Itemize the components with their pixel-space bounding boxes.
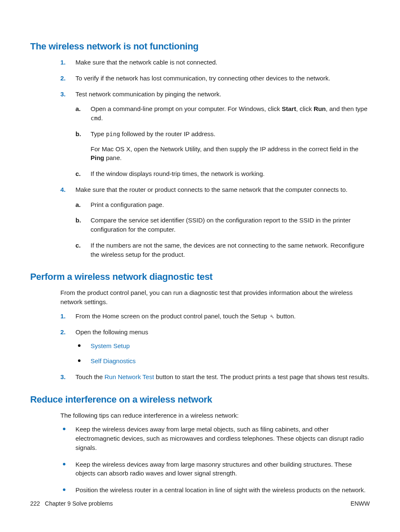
code-cmd: cmd bbox=[91, 115, 101, 121]
sec1-step4-sublist: a. Print a configuration page. b. Compar… bbox=[75, 200, 370, 259]
sec3-intro: The following tips can reduce interferen… bbox=[60, 411, 370, 420]
sec1-step4c: c. If the numbers are not the same, the … bbox=[75, 241, 370, 259]
step-text: If the numbers are not the same, the dev… bbox=[91, 242, 364, 258]
sec1-step3b-mac: For Mac OS X, open the Network Utility, … bbox=[91, 145, 370, 163]
step-text: Make sure that the router or product con… bbox=[75, 186, 348, 193]
list-marker: a. bbox=[75, 200, 81, 209]
text-fragment: For Mac OS X, open the Network Utility, … bbox=[91, 145, 358, 152]
footer-right: ENWW bbox=[351, 500, 370, 507]
sec1-step4a: a. Print a configuration page. bbox=[75, 200, 370, 209]
sec1-step2: 2. To verify if the network has lost com… bbox=[60, 74, 370, 83]
list-marker: 3. bbox=[60, 90, 66, 99]
bullet-icon bbox=[63, 428, 65, 430]
sec3-tip2: Keep the wireless devices away from larg… bbox=[60, 460, 370, 478]
sec2-step2: 2. Open the following menus System Setup… bbox=[60, 328, 370, 366]
sec3-tip1: Keep the wireless devices away from larg… bbox=[60, 425, 370, 452]
sec1-step1: 1. Make sure that the network cable is n… bbox=[60, 58, 370, 67]
bullet-icon bbox=[63, 463, 65, 465]
sec1-step4: 4. Make sure that the router or product … bbox=[60, 185, 370, 259]
ui-link-system-setup: System Setup bbox=[91, 342, 130, 349]
text-fragment: From the Home screen on the product cont… bbox=[75, 312, 269, 320]
list-marker: 2. bbox=[60, 328, 66, 337]
text-fragment: Type bbox=[91, 130, 106, 137]
list-marker: a. bbox=[75, 104, 81, 114]
text-fragment: , click bbox=[296, 105, 314, 112]
footer-left: 222 Chapter 9 Solve problems bbox=[30, 500, 113, 507]
step-text: Open the following menus bbox=[75, 328, 148, 336]
heading-diagnostic-test: Perform a wireless network diagnostic te… bbox=[30, 271, 370, 282]
heading-reduce-interference: Reduce interference on a wireless networ… bbox=[30, 394, 370, 405]
tip-text: Keep the wireless devices away from larg… bbox=[75, 461, 352, 477]
sec1-step3c: c. If the window displays round-trip tim… bbox=[75, 169, 370, 178]
step-text: To verify if the network has lost commun… bbox=[75, 75, 330, 82]
sec3-tips-list: Keep the wireless devices away from larg… bbox=[60, 425, 370, 495]
sec2-step3: 3. Touch the Run Network Test button to … bbox=[60, 372, 370, 382]
list-marker: b. bbox=[75, 129, 81, 139]
list-marker: 4. bbox=[60, 185, 66, 194]
sec2-step1: 1. From the Home screen on the product c… bbox=[60, 312, 370, 321]
bullet-icon bbox=[63, 488, 65, 491]
page-footer: 222 Chapter 9 Solve problems ENWW bbox=[30, 500, 370, 507]
list-marker: 2. bbox=[60, 74, 66, 83]
step-text: If the window displays round-trip times,… bbox=[91, 170, 265, 177]
bullet-icon bbox=[78, 359, 81, 362]
sec1-step3: 3. Test network communication by pinging… bbox=[60, 90, 370, 178]
ui-link-self-diagnostics: Self Diagnostics bbox=[91, 357, 136, 364]
sec2-list: 1. From the Home screen on the product c… bbox=[60, 312, 370, 382]
sec1-list: 1. Make sure that the network cable is n… bbox=[60, 58, 370, 259]
menu-item-system-setup: System Setup bbox=[75, 341, 370, 351]
text-fragment: . bbox=[101, 114, 103, 121]
sec3-tip3: Position the wireless router in a centra… bbox=[60, 486, 370, 495]
text-fragment: pane. bbox=[104, 154, 122, 161]
bullet-icon bbox=[78, 344, 81, 347]
text-fragment: Open a command-line prompt on your compu… bbox=[91, 105, 282, 112]
chapter-title: Chapter 9 Solve problems bbox=[45, 500, 113, 507]
step-text: Test network communication by pinging th… bbox=[75, 90, 221, 98]
text-fragment: button to start the test. The product pr… bbox=[154, 373, 369, 380]
heading-wireless-not-functioning: The wireless network is not functioning bbox=[30, 41, 370, 52]
text-fragment: , and then type bbox=[326, 105, 367, 112]
page-number: 222 bbox=[30, 500, 40, 507]
code-ping: ping bbox=[106, 131, 120, 137]
sec1-step3b: b. Type ping followed by the router IP a… bbox=[75, 129, 370, 163]
list-marker: 1. bbox=[60, 312, 66, 321]
tip-text: Position the wireless router in a centra… bbox=[75, 486, 366, 493]
text-fragment: Touch the bbox=[75, 373, 104, 380]
text-fragment: button. bbox=[275, 312, 296, 320]
ui-label-ping-pane: Ping bbox=[91, 154, 104, 161]
list-marker: c. bbox=[75, 241, 81, 250]
sec2-intro: From the product control panel, you can … bbox=[60, 288, 370, 307]
ui-label-run: Run bbox=[314, 105, 326, 112]
ui-label-start: Start bbox=[282, 105, 296, 112]
sec1-step3a: a. Open a command-line prompt on your co… bbox=[75, 104, 370, 123]
list-marker: 1. bbox=[60, 58, 66, 67]
step-text: Print a configuration page. bbox=[91, 201, 164, 208]
step-text: Compare the service set identifier (SSID… bbox=[91, 217, 351, 233]
ui-link-run-network-test: Run Network Test bbox=[104, 373, 154, 380]
menu-item-self-diagnostics: Self Diagnostics bbox=[75, 356, 370, 366]
list-marker: 3. bbox=[60, 372, 66, 382]
text-fragment: followed by the router IP address. bbox=[120, 130, 215, 137]
sec2-menu-list: System Setup Self Diagnostics bbox=[75, 341, 370, 366]
list-marker: c. bbox=[75, 169, 81, 178]
tip-text: Keep the wireless devices away from larg… bbox=[75, 426, 364, 451]
list-marker: b. bbox=[75, 216, 81, 225]
wrench-icon bbox=[269, 312, 275, 317]
step-text: Make sure that the network cable is not … bbox=[75, 59, 218, 66]
document-page: The wireless network is not functioning … bbox=[0, 0, 400, 532]
sec1-step4b: b. Compare the service set identifier (S… bbox=[75, 216, 370, 234]
sec1-step3-sublist: a. Open a command-line prompt on your co… bbox=[75, 104, 370, 178]
